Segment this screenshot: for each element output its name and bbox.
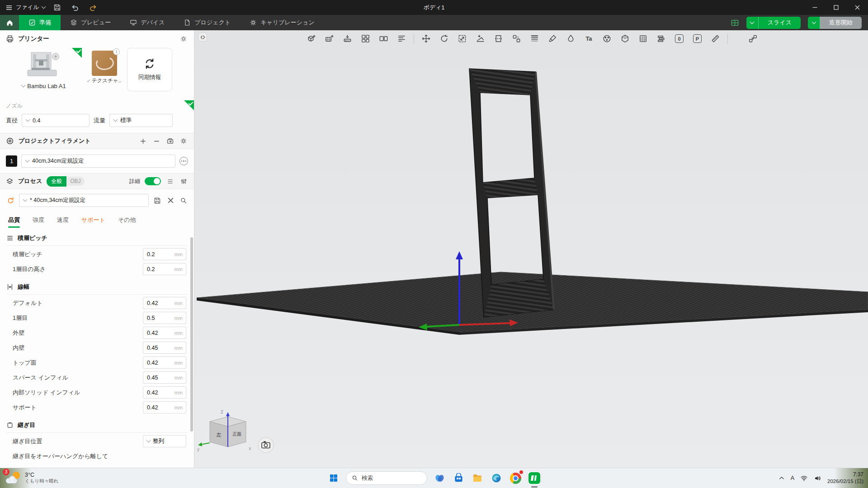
settings-list-button[interactable]	[165, 177, 175, 186]
line-width-outer-wall-input[interactable]: 0.42mm	[143, 327, 186, 339]
advanced-toggle[interactable]	[145, 177, 161, 185]
add-plate-icon[interactable]	[323, 33, 335, 45]
reset-preset-button[interactable]	[6, 196, 15, 205]
seam-position-select[interactable]: 整列	[143, 435, 186, 447]
move-icon[interactable]	[420, 33, 432, 45]
scope-global-pill[interactable]: 全般	[47, 176, 66, 187]
tab-quality[interactable]: 品質	[8, 216, 20, 224]
line-width-internal-solid-input[interactable]: 0.42mm	[143, 386, 186, 399]
p-badge-icon[interactable]: P	[691, 33, 703, 45]
tray-chevron-up-icon[interactable]	[778, 475, 785, 481]
tab-speed[interactable]: 速度	[57, 216, 69, 224]
filament-preset-select[interactable]: 40cm,34cm定規設定	[21, 155, 175, 168]
filament-settings-button[interactable]	[179, 136, 188, 145]
flow-select[interactable]: 標準	[109, 114, 173, 127]
file-menu[interactable]: ファイル	[5, 4, 45, 11]
clear-preset-button[interactable]	[166, 196, 175, 205]
slice-dropdown[interactable]	[746, 17, 759, 29]
first-layer-height-input[interactable]: 0.2mm	[143, 263, 186, 275]
mesh-boolean-icon[interactable]	[619, 33, 631, 45]
tab-calibration[interactable]: キャリブレーション	[240, 15, 324, 30]
save-button[interactable]	[51, 2, 63, 13]
tab-strength[interactable]: 強度	[33, 216, 44, 224]
camera-button[interactable]	[258, 437, 274, 453]
stack-icon[interactable]	[655, 33, 667, 45]
sidebar-scrollbar[interactable]	[190, 237, 193, 432]
scene-3d[interactable]: z 左 正面 y x	[194, 30, 868, 468]
remove-filament-button[interactable]	[152, 136, 161, 145]
color-paint-icon[interactable]	[601, 33, 613, 45]
text-tool-icon[interactable]: Ta	[583, 33, 595, 45]
zero-badge-icon[interactable]: 0	[673, 33, 685, 45]
assembly-view-icon[interactable]	[747, 33, 759, 45]
arrange-icon[interactable]	[359, 33, 372, 45]
save-preset-button[interactable]	[153, 196, 162, 205]
add-object-icon[interactable]	[305, 33, 317, 45]
variable-layer-icon[interactable]	[528, 33, 541, 45]
support-paint-icon[interactable]	[547, 33, 559, 45]
line-width-top-surface-input[interactable]: 0.42mm	[143, 357, 186, 369]
tab-support[interactable]: サポート	[81, 216, 105, 224]
slice-button[interactable]: スライス	[746, 17, 801, 29]
close-button[interactable]	[847, 0, 868, 15]
sync-filament-button[interactable]	[165, 136, 175, 145]
taskbar-search[interactable]: 検索	[346, 471, 427, 485]
printer-settings-button[interactable]	[179, 34, 188, 43]
split-plate-icon[interactable]	[377, 33, 390, 45]
search-settings-button[interactable]	[179, 196, 188, 205]
taskbar-clock[interactable]: 7:37 2026/02/15 (日)	[827, 471, 863, 485]
line-width-support-input[interactable]: 0.42mm	[143, 401, 186, 413]
sync-info-button[interactable]: 同期情報	[127, 48, 172, 91]
copilot-button[interactable]	[433, 471, 446, 485]
start-print-button[interactable]: 造形開始	[808, 17, 862, 29]
tab-prepare[interactable]: 準備	[19, 15, 61, 30]
print-dropdown[interactable]	[808, 17, 820, 29]
lay-on-face-icon[interactable]	[474, 33, 486, 45]
tab-project[interactable]: プロジェクト	[174, 15, 240, 30]
rotate-icon[interactable]	[438, 33, 450, 45]
bambu-studio-button[interactable]	[528, 471, 541, 485]
ime-indicator[interactable]: A	[791, 475, 794, 481]
wifi-icon[interactable]	[800, 474, 808, 482]
split-objects-icon[interactable]	[510, 33, 523, 45]
nozzle-diameter-select[interactable]: 0.4	[22, 114, 90, 127]
line-width-default-input[interactable]: 0.42mm	[143, 297, 186, 309]
microsoft-store-button[interactable]	[452, 471, 465, 485]
add-filament-button[interactable]	[138, 136, 147, 145]
line-width-first-layer-input[interactable]: 0.5mm	[143, 312, 186, 324]
filament-slot-number[interactable]: 1	[6, 155, 17, 167]
undo-button[interactable]	[69, 2, 81, 13]
collapse-sidebar-button[interactable]	[198, 33, 207, 42]
line-width-inner-wall-input[interactable]: 0.45mm	[143, 342, 186, 354]
measure-icon[interactable]	[709, 33, 722, 45]
tab-device[interactable]: デバイス	[120, 15, 174, 30]
edge-button[interactable]	[490, 471, 503, 485]
minimize-button[interactable]	[804, 0, 826, 15]
plate-texture-card[interactable]: テクスチャ...	[87, 48, 122, 84]
file-explorer-button[interactable]	[471, 471, 484, 485]
volume-icon[interactable]	[814, 474, 821, 482]
home-button[interactable]	[0, 15, 19, 30]
redo-button[interactable]	[87, 2, 99, 13]
tab-others[interactable]: その他	[118, 216, 136, 224]
weather-widget[interactable]: 3 3°C くもり時々晴れ	[5, 468, 58, 488]
info-icon[interactable]	[113, 48, 120, 55]
filament-more-button[interactable]	[179, 157, 188, 165]
tune-settings-button[interactable]	[179, 177, 188, 186]
line-width-sparse-infill-input[interactable]: 0.45mm	[143, 371, 186, 384]
seam-paint-icon[interactable]	[565, 33, 577, 45]
cut-icon[interactable]	[492, 33, 505, 45]
lattice-icon[interactable]	[637, 33, 649, 45]
start-button[interactable]	[327, 471, 340, 485]
scale-icon[interactable]	[456, 33, 468, 45]
chrome-button[interactable]	[509, 471, 522, 485]
printer-card[interactable]: Bambu Lab A1	[6, 48, 82, 89]
auto-orient-icon[interactable]: AUTO	[341, 33, 354, 45]
fill-plate-icon[interactable]	[396, 33, 408, 45]
scope-obj-pill[interactable]: OBJ	[66, 177, 84, 186]
tab-preview[interactable]: プレビュー	[61, 15, 120, 30]
process-preset-select[interactable]: * 40cm,34cm定規設定	[19, 194, 149, 207]
maximize-button[interactable]	[826, 0, 847, 15]
layer-height-input[interactable]: 0.2mm	[143, 248, 186, 260]
plates-overview-icon[interactable]	[731, 19, 739, 27]
